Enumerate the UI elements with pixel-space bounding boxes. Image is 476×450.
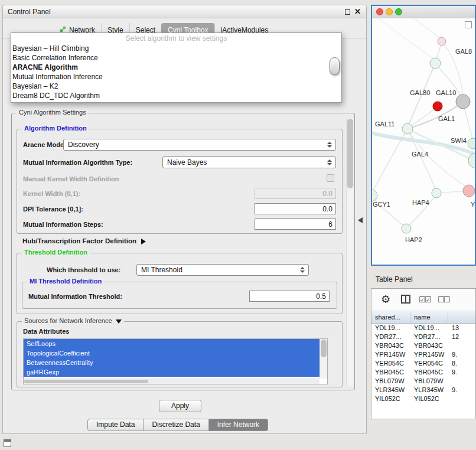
bottom-tab-bar: Impute DataDiscretize DataInfer Network — [87, 419, 268, 431]
scrollbar-thumb[interactable] — [24, 380, 148, 383]
column-header[interactable]: name — [410, 311, 448, 323]
network-node[interactable] — [438, 37, 446, 45]
network-edge[interactable] — [409, 41, 442, 125]
which-threshold-select[interactable]: MI Threshold — [136, 264, 309, 276]
table-row[interactable]: YBR045CYBR045C9. — [371, 368, 475, 377]
which-threshold-value: MI Threshold — [141, 266, 182, 274]
manual-kernel-checkbox[interactable] — [327, 174, 334, 182]
bottom-tab-discretize-data[interactable]: Discretize Data — [144, 419, 208, 431]
mi-type-label: Mutual Information Algorithm Type: — [23, 159, 132, 166]
aracne-mode-label: Aracne Mode: — [23, 141, 66, 148]
list-vertical-scrollbar[interactable] — [319, 339, 327, 379]
table-panel-title: Table Panel — [376, 275, 413, 283]
network-node[interactable] — [433, 102, 442, 111]
chevron-right-icon — [141, 239, 146, 244]
table-row[interactable]: YER054CYER054C8. — [371, 359, 475, 368]
mi-steps-field[interactable] — [255, 219, 336, 230]
mi-threshold-fieldset: MI Threshold Definition Mutual Informati… — [22, 282, 337, 309]
table-cell: 9. — [448, 350, 475, 359]
scrollbar-thumb[interactable] — [321, 340, 327, 357]
scrollbar-thumb[interactable] — [347, 119, 353, 188]
which-threshold-label: Which threshold to use: — [47, 266, 120, 273]
table-row[interactable]: YBL079WYBL079W — [371, 377, 475, 386]
bottom-tab-infer-network[interactable]: Infer Network — [209, 419, 268, 431]
gear-icon[interactable]: ⚙ — [381, 293, 390, 306]
hub-transcription-factor-expander[interactable]: Hub/Transcription Factor Definition — [22, 237, 146, 244]
table-cell: YBR045C — [371, 368, 410, 377]
network-view-titlebar[interactable] — [372, 6, 475, 18]
list-horizontal-scrollbar[interactable] — [24, 379, 319, 384]
dropdown-item[interactable]: ARACNE Algorithm — [11, 63, 341, 72]
table-row[interactable]: YLR345WYLR345W9. — [371, 386, 475, 394]
birdseye-box[interactable] — [465, 21, 472, 28]
dropdown-item[interactable]: Bayesian – K2 — [11, 81, 341, 91]
attribute-item[interactable]: SelfLoops — [24, 339, 319, 348]
aracne-mode-select[interactable]: Discovery — [63, 139, 336, 151]
attribute-item[interactable]: BetweennessCentrality — [24, 358, 319, 367]
table-cell: YPR145W — [371, 350, 410, 359]
attribute-item[interactable]: TopologicalCoefficient — [24, 348, 319, 358]
minimize-traffic-light-icon[interactable] — [386, 8, 393, 15]
column-header[interactable] — [448, 311, 475, 323]
column-header[interactable]: shared... — [371, 311, 410, 323]
table-cell: 9. — [448, 386, 475, 394]
data-attributes-list[interactable]: SelfLoopsTopologicalCoefficientBetweenne… — [23, 338, 328, 384]
table-row[interactable]: YBR043CYBR043C — [371, 341, 475, 350]
chevron-down-icon — [116, 319, 122, 324]
network-node[interactable] — [402, 224, 411, 233]
minimized-panel-icon[interactable] — [4, 439, 11, 447]
table-cell — [448, 341, 475, 350]
sources-expander[interactable]: Sources for Network Inference — [22, 317, 124, 324]
node-label: GAL11 — [375, 120, 395, 128]
table-row[interactable]: YPR145WYPR145W9. — [371, 350, 475, 359]
unselect-all-columns-icon[interactable]: ☐☐ — [438, 295, 449, 304]
table-row[interactable]: YDL19...YDL19...13 — [371, 324, 475, 332]
network-node[interactable] — [372, 190, 377, 201]
dropdown-item[interactable]: Bayesian – Hill Climbing — [11, 44, 341, 53]
network-canvas-svg: GAL8GAL80GAL10GAL11GAL1SWI4GAL4GCY1HAP4Y… — [372, 18, 475, 265]
table-row[interactable]: YIL052CYIL052C — [371, 394, 475, 403]
table-cell: 8. — [448, 359, 475, 368]
mi-type-select[interactable]: Naive Bayes — [162, 156, 336, 168]
dropdown-scroll-thumb[interactable] — [330, 57, 340, 75]
close-icon[interactable]: ✕ — [354, 7, 361, 16]
network-node[interactable] — [468, 153, 475, 168]
sources-fieldset: Sources for Network Inference Data Attri… — [17, 321, 343, 387]
data-attributes-label: Data Attributes — [23, 328, 69, 335]
network-canvas[interactable]: GAL8GAL80GAL10GAL11GAL1SWI4GAL4GCY1HAP4Y… — [372, 18, 475, 265]
kernel-width-field[interactable] — [255, 188, 336, 199]
table-cell: 13 — [448, 324, 475, 332]
network-edge[interactable] — [378, 18, 435, 60]
network-node[interactable] — [402, 123, 413, 134]
table-cell: 12 — [448, 332, 475, 341]
network-node[interactable] — [432, 188, 441, 198]
network-node[interactable] — [456, 94, 470, 109]
dropdown-item[interactable]: Mutual Information Inference — [11, 72, 341, 81]
attribute-item[interactable]: gal4RGexp — [24, 367, 319, 377]
table-cell: YPR145W — [410, 350, 448, 359]
bottom-tab-impute-data[interactable]: Impute Data — [87, 419, 144, 431]
network-node[interactable] — [463, 185, 475, 197]
float-window-icon[interactable] — [345, 9, 350, 15]
table-cell: YIL052C — [410, 394, 448, 403]
threshold-definition-title: Threshold Definition — [22, 249, 90, 256]
table-header-row: shared...name — [371, 311, 475, 324]
columns-icon[interactable] — [401, 295, 410, 304]
control-panel-titlebar[interactable]: Control Panel ✕ — [3, 5, 366, 18]
zoom-traffic-light-icon[interactable] — [395, 8, 402, 15]
select-all-columns-icon[interactable]: ☑☑ — [419, 295, 430, 304]
table-row[interactable]: YDR27...YDR27...12 — [371, 332, 475, 341]
dropdown-item[interactable]: Dream8 DC_TDC Algorithm — [11, 91, 341, 100]
network-edge[interactable] — [413, 18, 441, 39]
close-traffic-light-icon[interactable] — [376, 8, 383, 15]
network-node[interactable] — [430, 58, 441, 69]
table-cell: YBR045C — [410, 368, 448, 377]
mi-type-value: Naive Bayes — [167, 158, 207, 167]
apply-button[interactable]: Apply — [159, 400, 201, 412]
dpi-tolerance-field[interactable] — [255, 203, 336, 214]
mi-threshold-field[interactable] — [249, 291, 330, 302]
settings-scrollbar[interactable] — [346, 118, 354, 386]
panel-splitter-collapse-icon[interactable] — [358, 217, 363, 223]
network-node[interactable] — [468, 138, 475, 149]
dropdown-item[interactable]: Basic Correlation Inference — [11, 53, 341, 63]
